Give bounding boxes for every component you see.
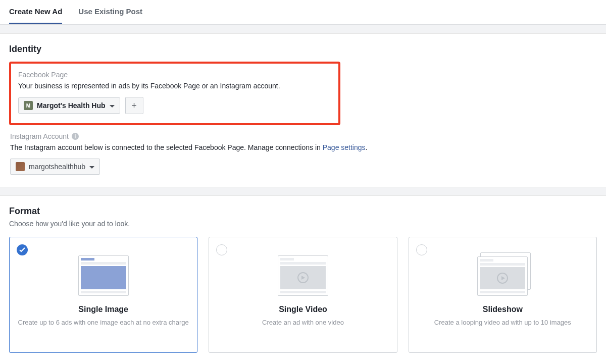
identity-title: Identity: [9, 44, 597, 55]
facebook-page-highlight: Facebook Page Your business is represent…: [9, 62, 340, 125]
add-page-button[interactable]: +: [125, 97, 143, 114]
instagram-selected: margotshealthhub: [29, 163, 85, 171]
format-subtitle: Choose how you'd like your ad to look.: [9, 220, 597, 228]
radio-unselected-icon: [416, 244, 427, 255]
format-card-desc: Create up to 6 ads with one image each a…: [18, 318, 189, 327]
format-card-single-video[interactable]: Single Video Create an ad with one video: [209, 237, 397, 353]
tab-use-existing-post[interactable]: Use Existing Post: [78, 0, 142, 24]
identity-section: Identity Facebook Page Your business is …: [0, 34, 606, 187]
chevron-down-icon: [89, 163, 94, 171]
facebook-page-selected: Margot's Health Hub: [37, 101, 106, 110]
instagram-account-dropdown[interactable]: margotshealthhub: [10, 159, 100, 175]
instagram-desc-prefix: The Instagram account below is connected…: [10, 143, 323, 151]
instagram-desc: The Instagram account below is connected…: [10, 143, 596, 151]
instagram-desc-suffix: .: [366, 143, 368, 151]
facebook-page-label: Facebook Page: [18, 71, 331, 79]
facebook-page-desc: Your business is represented in ads by i…: [18, 82, 331, 90]
ad-creation-tabs: Create New Ad Use Existing Post: [0, 0, 606, 25]
format-card-desc: Create a looping video ad with up to 10 …: [434, 318, 571, 327]
format-card-title: Single Image: [78, 305, 128, 314]
format-card-title: Slideshow: [483, 305, 523, 314]
tab-create-new-ad[interactable]: Create New Ad: [9, 0, 62, 24]
instagram-avatar-icon: [16, 162, 25, 171]
facebook-page-row: M Margot's Health Hub +: [18, 97, 331, 114]
divider: [0, 187, 606, 196]
divider: [0, 25, 606, 34]
page-avatar-icon: M: [24, 101, 33, 110]
instagram-header: Instagram Account i: [10, 132, 596, 140]
instagram-label: Instagram Account: [10, 132, 69, 140]
format-options: Single Image Create up to 6 ads with one…: [9, 237, 597, 353]
facebook-page-dropdown[interactable]: M Margot's Health Hub: [18, 97, 120, 114]
single-video-thumb-icon: [278, 255, 328, 296]
chevron-down-icon: [110, 101, 115, 110]
format-section: Format Choose how you'd like your ad to …: [0, 196, 606, 364]
plus-icon: +: [131, 100, 137, 111]
format-card-title: Single Video: [279, 305, 327, 314]
slideshow-thumb-icon: [477, 255, 528, 296]
format-card-single-image[interactable]: Single Image Create up to 6 ads with one…: [9, 237, 197, 353]
format-title: Format: [9, 206, 597, 217]
page-settings-link[interactable]: Page settings: [323, 143, 366, 151]
format-card-slideshow[interactable]: Slideshow Create a looping video ad with…: [409, 237, 597, 353]
radio-selected-icon: [17, 244, 28, 255]
radio-unselected-icon: [216, 244, 227, 255]
format-card-desc: Create an ad with one video: [262, 318, 344, 327]
single-image-thumb-icon: [78, 255, 129, 296]
info-icon[interactable]: i: [72, 133, 79, 140]
